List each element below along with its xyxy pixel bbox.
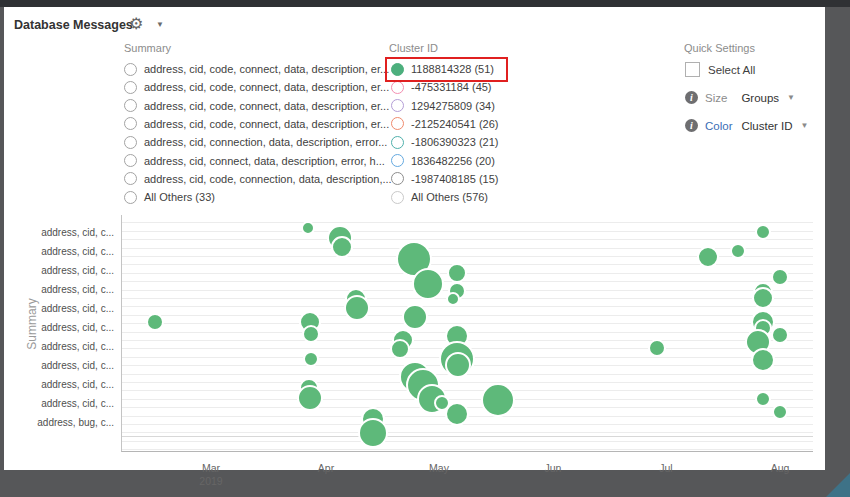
- radio-button[interactable]: [391, 99, 404, 112]
- cluster-id-filter-option[interactable]: 1188814328 (51): [391, 60, 494, 78]
- gear-icon[interactable]: ⚙: [129, 14, 143, 33]
- summary-filter-option-label: address, cid, code, connection, data, de…: [144, 173, 392, 185]
- corner-resize-accent: [826, 473, 850, 497]
- radio-button[interactable]: [391, 81, 404, 94]
- chart-bubble[interactable]: [331, 236, 353, 258]
- chart-bubble[interactable]: [146, 313, 164, 331]
- radio-button[interactable]: [391, 154, 404, 167]
- summary-filter-option[interactable]: address, cid, code, connect, data, descr…: [124, 60, 389, 78]
- cluster-id-filter-option-label: 1836482256 (20): [411, 155, 495, 167]
- quick-settings-header: Quick Settings: [684, 42, 755, 54]
- chart-bubble[interactable]: [751, 348, 775, 372]
- chart-bubble[interactable]: [358, 418, 388, 448]
- chart-bubble[interactable]: [402, 304, 428, 330]
- summary-filter-option-label: address, cid, connection, data, descript…: [144, 136, 387, 148]
- cluster-id-filter-option[interactable]: -2125240541 (26): [391, 115, 498, 133]
- chart-bubble[interactable]: [412, 268, 444, 300]
- radio-button[interactable]: [391, 136, 404, 149]
- cluster-id-filter-option-label: 1188814328 (51): [411, 63, 494, 75]
- grid-divider-line: [122, 436, 813, 437]
- x-axis-tick-label: Mar: [202, 462, 220, 474]
- cluster-id-filter-option-label: -1806390323 (21): [411, 136, 498, 148]
- color-setting-dropdown[interactable]: Cluster ID: [741, 120, 792, 132]
- cluster-id-filter-option[interactable]: -1806390323 (21): [391, 133, 498, 151]
- summary-filter-option[interactable]: address, cid, connection, data, descript…: [124, 133, 387, 151]
- chart-bubble[interactable]: [447, 263, 467, 283]
- chart-bubble[interactable]: [344, 295, 370, 321]
- x-axis-tick-label: Jun: [545, 462, 562, 474]
- radio-button[interactable]: [124, 63, 137, 76]
- radio-button[interactable]: [391, 117, 404, 130]
- info-icon[interactable]: i: [685, 91, 698, 104]
- chart-bubble[interactable]: [390, 339, 410, 359]
- select-all-row: Select All: [685, 62, 755, 77]
- y-axis-tick-label: address, cid, c...: [22, 227, 114, 238]
- y-axis-tick-label: address, cid, c...: [22, 398, 114, 409]
- chart-bubble[interactable]: [755, 224, 771, 240]
- radio-button[interactable]: [124, 117, 137, 130]
- summary-filter-option-label: address, cid, connect, data, description…: [144, 155, 385, 167]
- summary-filter-option[interactable]: address, cid, code, connect, data, descr…: [124, 78, 389, 96]
- chart-bubble[interactable]: [771, 268, 789, 286]
- cluster-id-filter-option[interactable]: 1294275809 (34): [391, 97, 495, 115]
- cluster-id-filter-option[interactable]: 1836482256 (20): [391, 152, 495, 170]
- radio-button[interactable]: [124, 172, 137, 185]
- radio-button[interactable]: [391, 191, 404, 204]
- summary-filter-header: Summary: [124, 42, 171, 54]
- radio-button[interactable]: [391, 63, 404, 76]
- chart-bubble[interactable]: [772, 404, 788, 420]
- chart-bubble[interactable]: [445, 352, 471, 378]
- chart-bubble[interactable]: [445, 402, 469, 426]
- chart-bubble[interactable]: [730, 243, 746, 259]
- summary-filter-option[interactable]: address, cid, code, connection, data, de…: [124, 170, 392, 188]
- size-setting-label: Size: [705, 92, 727, 104]
- summary-filter-option[interactable]: All Others (33): [124, 188, 215, 206]
- chart-bubble[interactable]: [301, 221, 315, 235]
- summary-filter-option[interactable]: address, cid, code, connect, data, descr…: [124, 115, 389, 133]
- chart-bubble[interactable]: [302, 325, 320, 343]
- size-setting-dropdown[interactable]: Groups: [741, 92, 779, 104]
- radio-button[interactable]: [391, 172, 404, 185]
- info-icon[interactable]: i: [685, 119, 698, 132]
- summary-filter-option[interactable]: address, cid, code, connect, data, descr…: [124, 97, 389, 115]
- chevron-down-icon[interactable]: ▼: [156, 20, 164, 29]
- summary-filter-option[interactable]: address, cid, connect, data, description…: [124, 152, 385, 170]
- chart-bubble[interactable]: [481, 383, 515, 417]
- chart-bubble[interactable]: [303, 351, 319, 367]
- chart-bubble[interactable]: [297, 385, 323, 411]
- chevron-down-icon[interactable]: ▼: [787, 93, 795, 102]
- y-axis-tick-label: address, cid, c...: [22, 360, 114, 371]
- chart-bubble[interactable]: [697, 246, 719, 268]
- x-axis-year-label: 2019: [199, 475, 222, 487]
- cluster-id-filter-option[interactable]: All Others (576): [391, 188, 488, 206]
- chart-bubble[interactable]: [771, 326, 789, 344]
- radio-button[interactable]: [124, 154, 137, 167]
- chart-bubble[interactable]: [446, 292, 460, 306]
- cluster-id-filter-option[interactable]: -475331184 (45): [391, 78, 492, 96]
- x-axis-tick-label: May: [429, 462, 449, 474]
- color-setting-label: Color: [705, 120, 732, 132]
- bubble-chart-plot-area: [121, 215, 813, 452]
- select-all-checkbox[interactable]: [685, 62, 700, 77]
- summary-filter-option-label: All Others (33): [144, 191, 215, 203]
- y-axis-tick-label: address, cid, c...: [22, 379, 114, 390]
- x-axis-tick-label: Apr: [318, 462, 334, 474]
- radio-button[interactable]: [124, 136, 137, 149]
- database-messages-panel: Database Messages ⚙ ▼ Summary address, c…: [4, 7, 825, 470]
- chevron-down-icon[interactable]: ▼: [801, 121, 809, 130]
- radio-button[interactable]: [124, 99, 137, 112]
- chart-bubble[interactable]: [752, 287, 774, 309]
- y-axis-tick-label: address, cid, c...: [22, 341, 114, 352]
- widget-frame: Database Messages ⚙ ▼ Summary address, c…: [0, 0, 850, 497]
- cluster-id-filter-header: Cluster ID: [389, 42, 438, 54]
- cluster-id-filter-option[interactable]: -1987408185 (15): [391, 170, 498, 188]
- radio-button[interactable]: [124, 81, 137, 94]
- radio-button[interactable]: [124, 191, 137, 204]
- summary-filter-option-label: address, cid, code, connect, data, descr…: [144, 81, 389, 93]
- chart-bubble[interactable]: [755, 391, 771, 407]
- x-axis-tick-label: Jul: [659, 462, 672, 474]
- size-setting-row: i Size Groups ▼: [685, 91, 795, 104]
- chart-bubble[interactable]: [648, 339, 666, 357]
- y-axis-tick-label: address, cid, c...: [22, 303, 114, 314]
- cluster-id-filter-option-label: -475331184 (45): [411, 81, 492, 93]
